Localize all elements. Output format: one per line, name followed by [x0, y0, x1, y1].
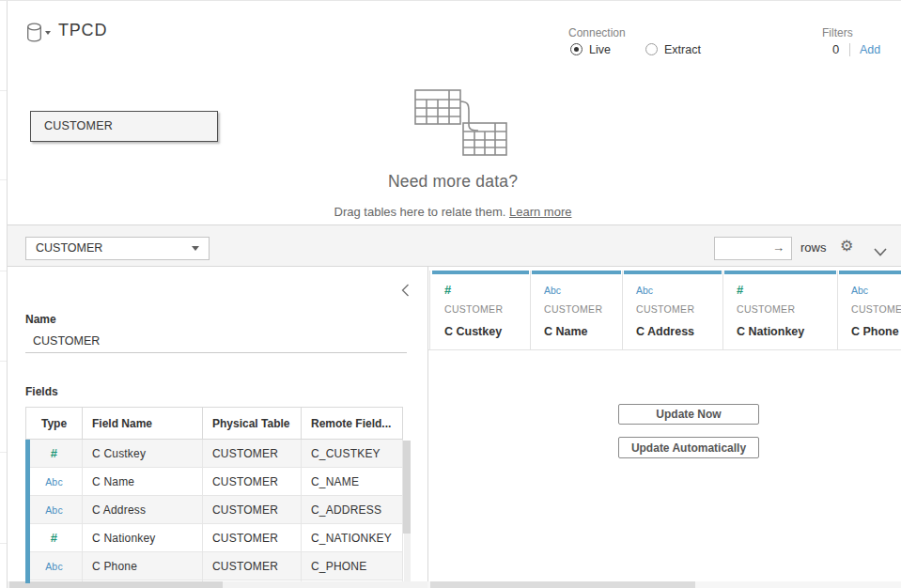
- update-automatically-button[interactable]: Update Automatically: [618, 437, 759, 458]
- remote-field: C_ADDRESS: [302, 496, 403, 524]
- grid-column-field[interactable]: C Name: [544, 325, 588, 338]
- grid-column-border: [722, 271, 723, 349]
- grid-horizontal-scrollbar[interactable]: [430, 581, 695, 588]
- grid-column-border: [429, 271, 430, 349]
- physical-table: CUSTOMER: [203, 552, 302, 580]
- number-type-icon: #: [737, 283, 743, 297]
- table-name-field[interactable]: CUSTOMER: [25, 330, 407, 353]
- column-accent-bar: [532, 271, 621, 274]
- field-row-c-custkey[interactable]: # C Custkey CUSTOMER C_CUSTKEY: [26, 440, 403, 468]
- add-filter-link[interactable]: Add: [860, 43, 880, 56]
- physical-table: CUSTOMER: [203, 524, 302, 552]
- fields-vertical-scrollbar[interactable]: [403, 441, 411, 534]
- grid-column-field[interactable]: C Custkey: [444, 325, 502, 338]
- field-name: C Name: [83, 468, 203, 496]
- relate-tables-illustration: [407, 87, 510, 162]
- live-radio[interactable]: [570, 43, 583, 55]
- string-type-icon: Abc: [45, 504, 63, 516]
- field-row-c-name[interactable]: Abc C Name CUSTOMER C_NAME: [26, 468, 403, 496]
- empty-canvas-title: Need more data?: [312, 172, 594, 192]
- learn-more-link[interactable]: Learn more: [509, 205, 571, 219]
- physical-table: CUSTOMER: [203, 496, 302, 524]
- database-icon[interactable]: [26, 23, 42, 46]
- extract-radio[interactable]: [645, 43, 658, 55]
- filters-divider: [849, 43, 850, 56]
- empty-canvas-subtext: Drag tables here to relate them. Learn m…: [194, 205, 711, 219]
- grid-column-table: CUSTOMER: [851, 303, 901, 315]
- field-row-c-phone[interactable]: Abc C Phone CUSTOMER C_PHONE: [26, 552, 403, 580]
- field-row-c-address[interactable]: Abc C Address CUSTOMER C_ADDRESS: [26, 496, 403, 524]
- update-now-button[interactable]: Update Now: [618, 404, 759, 425]
- left-tick: [0, 452, 7, 453]
- table-select-value: CUSTOMER: [36, 241, 102, 255]
- fields-col-remotefield[interactable]: Remote Field...: [302, 408, 403, 440]
- chevron-down-icon: [192, 246, 199, 251]
- rows-count-input[interactable]: [715, 238, 771, 259]
- left-tick: [0, 90, 7, 91]
- collapse-panel-icon[interactable]: [401, 284, 410, 301]
- filters-label: Filters: [822, 26, 853, 39]
- fields-selection-accent-bar: [25, 440, 30, 583]
- string-type-icon: Abc: [636, 285, 653, 296]
- number-type-icon: #: [51, 531, 57, 545]
- name-label: Name: [25, 313, 56, 326]
- fields-col-fieldname[interactable]: Field Name: [83, 408, 203, 440]
- empty-canvas-subtext-text: Drag tables here to relate them.: [334, 205, 509, 219]
- field-name: C Phone: [83, 552, 203, 580]
- database-menu-caret-icon[interactable]: [45, 31, 51, 35]
- column-accent-bar: [839, 271, 901, 274]
- fields-col-type[interactable]: Type: [26, 408, 83, 440]
- filters-count: 0: [832, 42, 839, 56]
- grid-column-field[interactable]: C Nationkey: [737, 325, 804, 338]
- grid-column-field[interactable]: C Phone: [851, 325, 899, 338]
- fields-col-physicaltable[interactable]: Physical Table: [203, 408, 302, 440]
- field-name: C Custkey: [83, 440, 203, 468]
- rows-count-field[interactable]: →: [714, 237, 792, 260]
- left-tick: [0, 543, 7, 544]
- chevron-down-icon[interactable]: [874, 243, 887, 260]
- field-row-c-nationkey[interactable]: # C Nationkey CUSTOMER C_NATIONKEY: [26, 524, 403, 552]
- grid-column-border: [622, 271, 623, 349]
- arrow-right-icon[interactable]: →: [772, 240, 784, 255]
- grid-header-bottom-border: [428, 349, 901, 350]
- grid-column-table: CUSTOMER: [737, 303, 795, 315]
- remote-field: C_PHONE: [302, 552, 403, 580]
- string-type-icon: Abc: [45, 561, 63, 572]
- fields-header-row: Type Field Name Physical Table Remote Fi…: [26, 408, 403, 440]
- string-type-icon: Abc: [544, 285, 561, 296]
- string-type-icon: Abc: [851, 285, 868, 296]
- remote-field: C_NAME: [302, 468, 403, 496]
- datasource-title[interactable]: TPCD: [58, 21, 107, 40]
- column-accent-bar: [724, 271, 836, 274]
- field-name: C Nationkey: [83, 524, 203, 552]
- extract-radio-label[interactable]: Extract: [664, 43, 701, 56]
- column-accent-bar: [432, 271, 529, 274]
- fields-vertical-scrollbar-track[interactable]: [404, 534, 411, 581]
- left-tick: [0, 271, 7, 271]
- panel-divider: [427, 267, 428, 581]
- number-type-icon: #: [444, 283, 451, 297]
- left-pane-edge: [7, 1, 8, 588]
- grid-column-table: CUSTOMER: [544, 303, 602, 315]
- grid-column-border: [837, 271, 838, 349]
- customer-table-node[interactable]: CUSTOMER: [30, 111, 218, 142]
- column-accent-bar: [624, 271, 722, 274]
- remote-field: C_CUSTKEY: [302, 440, 403, 468]
- gear-icon[interactable]: ⚙: [840, 237, 853, 255]
- string-type-icon: Abc: [45, 476, 63, 487]
- grid-column-field[interactable]: C Address: [636, 325, 694, 338]
- remote-field: C_NATIONKEY: [302, 524, 403, 552]
- field-name: C Address: [83, 496, 203, 524]
- grid-column-table: CUSTOMER: [636, 303, 694, 315]
- left-tick: [0, 179, 7, 180]
- left-horizontal-scrollbar[interactable]: [9, 581, 223, 588]
- table-select-dropdown[interactable]: CUSTOMER: [25, 237, 210, 260]
- live-radio-label[interactable]: Live: [589, 43, 611, 56]
- grid-column-table: CUSTOMER: [444, 303, 503, 315]
- fields-label: Fields: [25, 385, 58, 398]
- number-type-icon: #: [51, 446, 57, 460]
- connection-label: Connection: [568, 26, 626, 39]
- left-tick: [0, 361, 7, 362]
- grid-column-border: [530, 271, 531, 349]
- fields-table: Type Field Name Physical Table Remote Fi…: [25, 407, 413, 583]
